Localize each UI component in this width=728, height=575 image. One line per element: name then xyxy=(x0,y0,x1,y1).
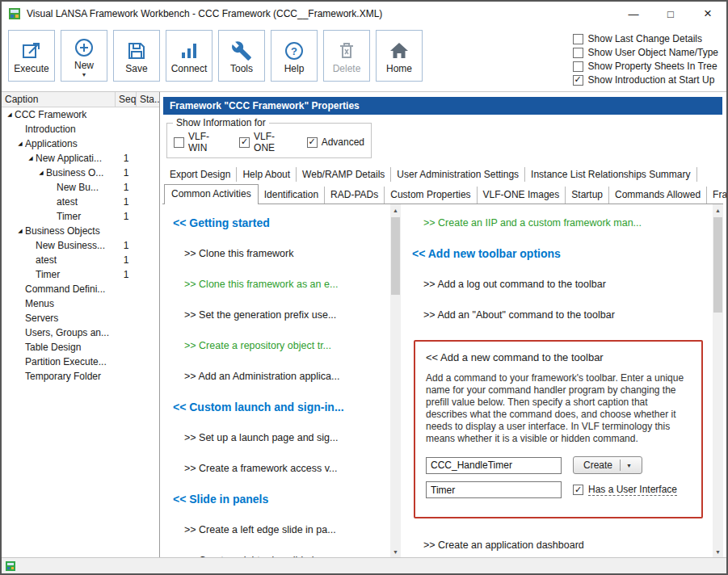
maximize-icon[interactable]: □ xyxy=(652,2,689,26)
tree-item-new-applicati[interactable]: ◢New Applicati...1 xyxy=(2,151,159,166)
tab-help-about[interactable]: Help About xyxy=(237,167,297,182)
activity-link-add-an-about-command-to-the-toolbar[interactable]: >> Add an "About" command to the toolbar xyxy=(423,309,711,321)
activity-link-create-a-left-edge-slide-in-pa[interactable]: >> Create a left edge slide in pa... xyxy=(184,524,389,536)
tree-item-temporary-folder[interactable]: Temporary Folder xyxy=(2,369,159,384)
checkbox-vlf-one[interactable]: VLF-ONE xyxy=(239,131,292,153)
title-bar: Visual LANSA Framework Workbench - CCC F… xyxy=(2,2,726,26)
command-name-input[interactable] xyxy=(426,457,562,474)
tab-common-activities[interactable]: Common Activities xyxy=(164,184,259,204)
right-scrollbar[interactable]: ▲ ▼ xyxy=(713,204,723,557)
scroll-down-icon[interactable]: ▼ xyxy=(713,546,723,557)
activity-link-set-the-generation-prefix-use[interactable]: >> Set the generation prefix use... xyxy=(184,309,389,321)
tree-item-label: atest xyxy=(57,196,78,208)
has-user-interface-checkbox[interactable]: Has a User Interface xyxy=(573,484,677,496)
tab-custom-properties[interactable]: Custom Properties xyxy=(385,187,477,204)
activity-link-add-a-log-out-command-to-the-toolbar[interactable]: >> Add a log out command to the toolbar xyxy=(423,279,711,291)
tab-row-2: Common ActivitiesIdentificationRAD-PADsC… xyxy=(162,183,723,204)
checkbox-icon xyxy=(573,34,583,44)
tools-button[interactable]: Tools xyxy=(218,30,265,82)
activity-link-create-a-right-edge-slide-in-p[interactable]: >> Create a right edge slide in p... xyxy=(184,555,389,557)
tree-expand-icon[interactable]: ◢ xyxy=(5,111,15,118)
create-button[interactable]: Create ▼ xyxy=(573,456,642,474)
tree-expand-icon[interactable]: ◢ xyxy=(15,141,25,147)
scroll-up-icon[interactable]: ▲ xyxy=(390,204,401,216)
activity-link-set-up-a-launch-page-and-sig[interactable]: >> Set up a launch page and sig... xyxy=(184,432,389,444)
tab-export-design[interactable]: Export Design xyxy=(164,167,237,182)
tree-item-menus[interactable]: Menus xyxy=(2,296,159,311)
window-title: Visual LANSA Framework Workbench - CCC F… xyxy=(27,8,382,19)
activity-link-add-an-administration-applica[interactable]: >> Add an Administration applica... xyxy=(184,371,389,383)
tree-column-seq[interactable]: Seq xyxy=(116,92,137,107)
tree-item-new-bu[interactable]: New Bu...1 xyxy=(2,180,159,195)
tree-item-command-defini[interactable]: Command Defini... xyxy=(2,282,159,296)
tree-item-users-groups-an[interactable]: Users, Groups an... xyxy=(2,325,159,340)
option-show-introduction-at-start-up[interactable]: Show Introduction at Start Up xyxy=(573,74,718,86)
home-button[interactable]: Home xyxy=(376,30,423,82)
option-show-last-change-details[interactable]: Show Last Change Details xyxy=(573,33,718,44)
new-button[interactable]: New▼ xyxy=(61,30,107,82)
tree-item-timer[interactable]: Timer1 xyxy=(2,267,159,282)
tab-vlf-one-images[interactable]: VLF-ONE Images xyxy=(478,187,566,204)
tree-item-atest[interactable]: atest1 xyxy=(2,195,159,209)
activity-heading-add-new-toolbar-options[interactable]: << Add new toolbar options xyxy=(412,248,711,260)
add-command-title[interactable]: << Add a new command to the toolbar xyxy=(426,351,691,363)
activity-heading-getting-started[interactable]: << Getting started xyxy=(173,217,389,229)
checkbox-advanced[interactable]: Advanced xyxy=(307,136,364,148)
option-show-user-object-name-type[interactable]: Show User Object Name/Type xyxy=(573,47,718,58)
save-button[interactable]: Save xyxy=(113,30,160,82)
tab-instance-list-relationships-summary[interactable]: Instance List Relationships Summary xyxy=(525,167,696,182)
tree-item-business-objects[interactable]: ◢Business Objects xyxy=(2,224,159,238)
help-button[interactable]: ?Help xyxy=(271,30,318,82)
activity-heading-custom-launch-and-sign-in[interactable]: << Custom launch and sign-in... xyxy=(173,401,389,413)
activity-link-create-a-repository-object-tr[interactable]: >> Create a repository object tr... xyxy=(184,340,389,352)
option-show-property-sheets-in-tree[interactable]: Show Property Sheets In Tree xyxy=(573,61,718,72)
tree-expand-icon[interactable]: ◢ xyxy=(15,228,25,234)
tab-user-administration-settings[interactable]: User Administration Settings xyxy=(391,167,525,182)
tree-expand-icon[interactable]: ◢ xyxy=(36,170,46,176)
tree-item-applications[interactable]: ◢Applications xyxy=(2,136,159,151)
tree-item-new-business[interactable]: New Business...1 xyxy=(2,238,159,253)
activity-link-clone-this-framework[interactable]: >> Clone this framework xyxy=(184,248,389,260)
tree-item-partition-execute[interactable]: Partition Execute... xyxy=(2,355,159,369)
connect-button[interactable]: Connect xyxy=(166,30,213,82)
tree-item-atest[interactable]: atest1 xyxy=(2,253,159,267)
create-dropdown-icon[interactable]: ▼ xyxy=(626,463,632,468)
left-scrollbar[interactable]: ▲ ▼ xyxy=(390,204,401,557)
scroll-track[interactable] xyxy=(390,216,401,546)
dropdown-arrow-icon[interactable]: ▼ xyxy=(82,73,87,78)
scroll-down-icon[interactable]: ▼ xyxy=(390,546,401,557)
tab-startup[interactable]: Startup xyxy=(566,187,609,204)
tab-web-ramp-details[interactable]: Web/RAMP Details xyxy=(297,167,391,182)
tree-item-servers[interactable]: Servers xyxy=(2,311,159,325)
tree-item-table-design[interactable]: Table Design xyxy=(2,340,159,355)
activity-link-create-an-iip-and-a-custom-framework-man[interactable]: >> Create an IIP and a custom framework … xyxy=(423,217,711,229)
close-icon[interactable]: × xyxy=(689,2,726,26)
minimize-icon[interactable]: — xyxy=(615,2,652,26)
tree-item-seq: 1 xyxy=(116,240,137,251)
scroll-up-icon[interactable]: ▲ xyxy=(713,204,723,216)
tree-expand-icon[interactable]: ◢ xyxy=(26,155,36,162)
tree-item-timer[interactable]: Timer1 xyxy=(2,209,159,224)
status-app-icon[interactable] xyxy=(5,560,16,572)
scroll-track[interactable] xyxy=(713,216,723,546)
tree-item-label: Partition Execute... xyxy=(25,356,107,367)
scroll-thumb[interactable] xyxy=(391,217,400,295)
checkbox-vlf-win[interactable]: VLF-WIN xyxy=(174,131,225,153)
create-button-label: Create xyxy=(583,460,612,471)
tab-commands-allowed[interactable]: Commands Allowed xyxy=(609,187,707,204)
tree-column-caption[interactable]: Caption xyxy=(2,92,116,107)
tree-item-ccc-framework[interactable]: ◢CCC Framework xyxy=(2,107,159,122)
activity-link-create-an-application-dashboard[interactable]: >> Create an application dashboard xyxy=(423,539,711,552)
tab-rad-pads[interactable]: RAD-PADs xyxy=(325,187,385,204)
tab-identification[interactable]: Identification xyxy=(259,187,325,204)
tree-item-introduction[interactable]: Introduction xyxy=(2,122,159,136)
activity-heading-slide-in-panels[interactable]: << Slide in panels xyxy=(173,493,389,506)
tab-framework-details[interactable]: Framework Details xyxy=(707,187,728,204)
activity-link-clone-this-framework-as-an-e[interactable]: >> Clone this framework as an e... xyxy=(184,279,389,291)
tree-item-business-o[interactable]: ◢Business O...1 xyxy=(2,166,159,180)
execute-button[interactable]: Execute xyxy=(8,30,55,82)
tree-column-status[interactable]: Sta... xyxy=(137,92,159,107)
scroll-thumb[interactable] xyxy=(713,217,722,313)
activity-link-create-a-framework-access-v[interactable]: >> Create a framework access v... xyxy=(184,463,389,475)
command-caption-input[interactable] xyxy=(426,481,562,498)
